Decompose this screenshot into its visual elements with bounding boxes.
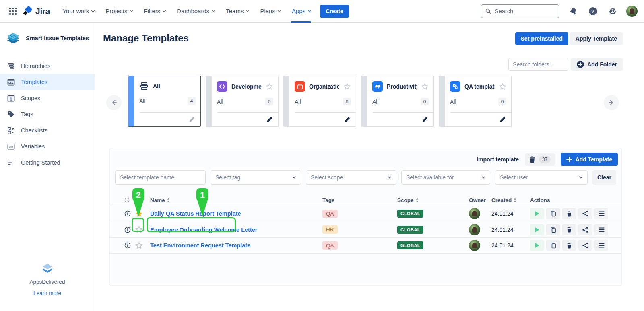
apply-play-button[interactable]: [530, 224, 544, 235]
sidebar-item-label: Variables: [21, 143, 45, 150]
nav-item-apps[interactable]: Apps: [287, 0, 317, 23]
search-folders-input[interactable]: [508, 58, 568, 71]
delete-button[interactable]: [562, 208, 576, 219]
app-switcher-icon[interactable]: [6, 5, 19, 18]
copy-icon: [550, 227, 556, 233]
user-avatar[interactable]: [626, 6, 638, 17]
nav-item-projects[interactable]: Projects: [100, 0, 138, 23]
column-name[interactable]: Name: [147, 197, 319, 203]
chevron-down-icon: [162, 9, 166, 13]
folder-count-badge: 0: [498, 98, 506, 105]
copy-button[interactable]: [546, 224, 560, 235]
share-button[interactable]: [578, 208, 592, 219]
column-scope[interactable]: Scope: [394, 197, 466, 203]
owner-avatar[interactable]: [469, 224, 480, 235]
apply-template-button[interactable]: Apply Template: [570, 32, 623, 45]
folder-card-all[interactable]: All All 4: [128, 76, 201, 127]
play-icon: [535, 227, 540, 233]
nav-item-teams[interactable]: Teams: [221, 0, 255, 23]
folder-card-organization[interactable]: Organization All 0: [283, 76, 356, 127]
trash-bin-button[interactable]: 37: [525, 153, 555, 166]
sidebar-item-tags[interactable]: Tags: [0, 106, 95, 122]
nav-item-filters[interactable]: Filters: [139, 0, 172, 23]
hamburger-menu-icon: [599, 211, 605, 216]
sidebar-item-label: Templates: [21, 79, 47, 85]
favorite-star-icon[interactable]: [135, 210, 147, 218]
star-icon[interactable]: [421, 83, 429, 91]
menu-button[interactable]: [594, 208, 608, 219]
edit-pencil-icon[interactable]: [266, 116, 273, 123]
edit-pencil-icon[interactable]: [422, 116, 428, 123]
templates-table: Name Tags Scope Owner Created Actions Da…: [110, 194, 621, 254]
filter-user-select[interactable]: Select user: [495, 170, 588, 185]
copy-button[interactable]: [546, 208, 560, 219]
sidebar-item-checklists[interactable]: Checklists: [0, 122, 95, 138]
info-icon[interactable]: [124, 210, 135, 217]
share-button[interactable]: [578, 240, 592, 251]
filter-template-name-input[interactable]: [115, 170, 206, 185]
edit-pencil-icon[interactable]: [344, 116, 351, 123]
import-template-button[interactable]: Import template: [477, 156, 519, 163]
apply-play-button[interactable]: [530, 240, 544, 251]
template-name-link[interactable]: Daily QA Status Report Template: [150, 210, 241, 217]
folder-subtitle: All: [450, 99, 456, 105]
owner-avatar[interactable]: [469, 240, 480, 251]
filter-available-for-select[interactable]: Select available for: [401, 170, 490, 185]
sidebar-item-getting-started[interactable]: Getting Started: [0, 154, 95, 171]
sidebar-item-hierarchies[interactable]: Hierarchies: [0, 58, 95, 74]
apply-play-button[interactable]: [530, 208, 544, 219]
create-button[interactable]: Create: [320, 5, 349, 18]
template-name-link[interactable]: Employee Onboarding Welcome Letter: [150, 227, 257, 233]
carousel-prev-button[interactable]: [106, 95, 122, 110]
card-strip: [206, 76, 212, 126]
column-favorite[interactable]: [135, 197, 147, 203]
folder-cards: All All 4 Development: [128, 76, 512, 127]
nav-item-your-work[interactable]: Your work: [57, 0, 100, 23]
nav-item-plans[interactable]: Plans: [255, 0, 287, 23]
delete-button[interactable]: [562, 224, 576, 235]
add-template-button[interactable]: Add Template: [561, 153, 618, 166]
star-icon[interactable]: [266, 83, 273, 91]
column-created[interactable]: Created: [488, 197, 527, 203]
folder-card-productivity[interactable]: Productivity All 0: [361, 76, 434, 127]
search-input[interactable]: [495, 8, 551, 14]
help-icon[interactable]: ?: [587, 5, 599, 17]
learn-more-link[interactable]: Learn more: [33, 290, 61, 296]
copy-button[interactable]: [546, 240, 560, 251]
sidebar-item-scopes[interactable]: Scopes: [0, 90, 95, 106]
edit-pencil-icon[interactable]: [500, 116, 506, 123]
share-button[interactable]: [578, 224, 592, 235]
nav-item-dashboards[interactable]: Dashboards: [171, 0, 221, 23]
template-name-link[interactable]: Test Environment Request Template: [150, 242, 250, 249]
folder-card-qa-templates[interactable]: QA templates All 0: [439, 76, 512, 127]
notifications-icon[interactable]: [567, 5, 579, 17]
settings-gear-icon[interactable]: [607, 5, 619, 17]
plus-circle-icon: [576, 60, 584, 68]
info-icon[interactable]: [124, 227, 135, 233]
set-preinstalled-button[interactable]: Set preinstalled: [515, 32, 568, 45]
carousel-next-button[interactable]: [604, 95, 619, 110]
sidebar-item-templates[interactable]: Templates: [0, 74, 95, 90]
trash-count-badge: 37: [539, 156, 551, 163]
tag-badge: HR: [322, 225, 338, 234]
filter-scope-select[interactable]: Select scope: [306, 170, 396, 185]
edit-pencil-icon[interactable]: [189, 116, 195, 123]
add-folder-button[interactable]: Add Folder: [571, 58, 623, 71]
star-icon[interactable]: [343, 83, 351, 91]
folder-card-development[interactable]: Development All 0: [206, 76, 279, 127]
favorite-star-icon[interactable]: [135, 241, 147, 250]
sidebar-item-variables[interactable]: (x) Variables: [0, 138, 95, 154]
global-search[interactable]: [481, 4, 559, 18]
menu-button[interactable]: [594, 240, 608, 251]
filter-tag-select[interactable]: Select tag: [211, 170, 301, 185]
delete-button[interactable]: [562, 240, 576, 251]
info-icon[interactable]: [124, 242, 135, 249]
owner-avatar[interactable]: [469, 208, 480, 219]
column-tags: Tags: [319, 197, 394, 203]
jira-logo[interactable]: Jira: [23, 6, 50, 16]
star-icon[interactable]: [499, 83, 506, 91]
column-owner[interactable]: Owner: [466, 197, 488, 203]
favorite-star-icon[interactable]: [135, 225, 147, 234]
menu-button[interactable]: [594, 224, 608, 235]
clear-filters-button[interactable]: Clear: [592, 170, 616, 185]
